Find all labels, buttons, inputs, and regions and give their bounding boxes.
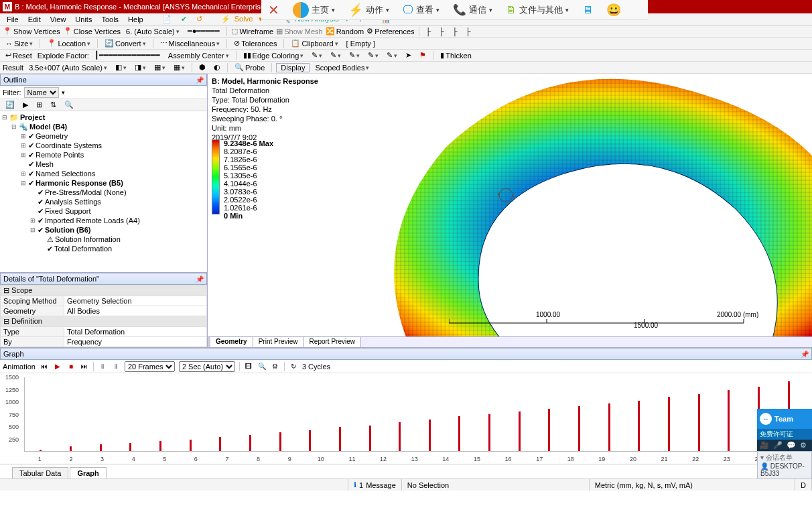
remote-smiley-icon[interactable]: 😀 — [606, 3, 621, 17]
remote-comm-button[interactable]: 📞通信▾ — [453, 3, 492, 16]
status-selection: No Selection — [402, 479, 590, 491]
close-vertices-button[interactable]: 📍Close Vertices — [63, 27, 121, 36]
collapse-icon[interactable]: ⊞ — [33, 101, 45, 109]
solve-button[interactable]: ⚡Solve ▾ — [217, 15, 267, 23]
probe-button[interactable]: 🔍Probe — [232, 63, 267, 72]
graph-plot[interactable]: 250500750100012501500 123456789101112131… — [0, 373, 812, 464]
graph-bar — [40, 450, 42, 451]
tree-item: Fixed Support — [45, 206, 90, 216]
thicken-button[interactable]: ▮ Thicken — [437, 51, 474, 60]
menu-file[interactable]: File — [3, 15, 23, 23]
tv-mic-icon[interactable]: 🎤 — [773, 441, 783, 450]
remote-action-button[interactable]: ⚡动作▾ — [348, 3, 389, 17]
tv-chat-icon[interactable]: 💬 — [787, 441, 796, 450]
preferences-button[interactable]: ⚙Preferences — [366, 27, 414, 36]
remote-close-icon[interactable]: ✕ — [268, 2, 279, 18]
toolbar-icon[interactable]: ✔ — [177, 15, 191, 23]
tv-cam-icon[interactable]: 🎥 — [760, 441, 769, 450]
teamviewer-panel[interactable]: ↔Team 免费许可证 🎥🎤💬⚙ ▾ 会话名单👤 DESKTOP-B5J33 — [757, 409, 812, 479]
anim-play-icon[interactable]: ▶ — [53, 362, 62, 371]
brush-icon[interactable]: ✎ — [309, 51, 325, 60]
find-icon[interactable]: 🔍 — [62, 101, 76, 109]
autoscale-dropdown[interactable]: 6. (Auto Scale) — [123, 27, 182, 36]
brush-icon[interactable]: ✎ — [384, 51, 400, 60]
outline-tree[interactable]: ⊟📁 Project ⊟🔩 Model (B4) ⊞✔ Geometry ⊞✔ … — [0, 111, 207, 272]
edge-icon[interactable]: ├ — [463, 27, 474, 36]
anim-settings-icon[interactable]: ⚙ — [271, 362, 280, 371]
pin-icon[interactable]: 📌 — [801, 351, 809, 358]
remote-home-button[interactable]: 主页▾ — [293, 2, 335, 18]
menu-edit[interactable]: Edit — [24, 15, 45, 23]
refresh-icon[interactable]: 🔄 — [3, 101, 17, 109]
scoped-bodies-dropdown[interactable]: Scoped Bodies — [312, 64, 372, 72]
size-dropdown[interactable]: ↔ Size — [3, 40, 36, 48]
cube-icon[interactable]: ◧ — [113, 63, 129, 72]
anim-distrib-icon[interactable]: ⫴ — [98, 362, 107, 371]
brush-icon[interactable]: ✎ — [346, 51, 362, 60]
menu-help[interactable]: Help — [124, 15, 147, 23]
anim-stop-icon[interactable]: ■ — [66, 362, 76, 371]
iso-icon[interactable]: ⬢ — [196, 63, 208, 72]
tab-report-preview[interactable]: Report Preview — [304, 337, 361, 347]
wireframe-button[interactable]: ⬚Wireframe — [231, 27, 273, 36]
edge-icon[interactable]: ├ — [436, 27, 447, 36]
cursor-icon[interactable]: ➤ — [403, 51, 414, 60]
reset-button[interactable]: ↩ Reset — [3, 51, 35, 60]
tolerances-button[interactable]: ⊘ Tolerances — [231, 39, 279, 48]
anim-zoom-icon[interactable]: 🔍 — [257, 362, 267, 371]
tab-graph[interactable]: Graph — [70, 467, 106, 479]
result-scale-dropdown[interactable]: 3.5e+007 (Auto Scale) — [26, 64, 110, 72]
graph-bar — [608, 403, 610, 451]
slider-icon[interactable]: ━●━━━━━ — [185, 27, 223, 36]
tv-gear-icon[interactable]: ⚙ — [800, 441, 807, 450]
edge-coloring-dropdown[interactable]: ▮▮ Edge Coloring — [241, 51, 307, 60]
details-table[interactable]: ⊟ Scope Scoping MethodGeometry Selection… — [0, 285, 207, 347]
edge-icon[interactable]: ├ — [423, 27, 434, 36]
clipboard-dropdown[interactable]: 📋 Clipboard — [288, 39, 340, 48]
assembly-dropdown[interactable]: Assembly Center — [165, 52, 232, 60]
cube-icon[interactable]: ◨ — [132, 63, 149, 72]
tab-print-preview[interactable]: Print Preview — [253, 337, 304, 347]
status-messages[interactable]: ℹ1 Message — [348, 479, 402, 491]
anim-cycles-icon[interactable]: ↻ — [289, 362, 298, 371]
capped-icon[interactable]: ◐ — [211, 63, 223, 72]
display-button[interactable]: Display — [276, 63, 310, 72]
sec-select[interactable]: 2 Sec (Auto) — [179, 361, 235, 372]
frames-select[interactable]: 20 Frames — [125, 361, 175, 372]
remote-files-button[interactable]: 🗎文件与其他▾ — [506, 4, 569, 16]
convert-dropdown[interactable]: 🔄 Convert — [102, 39, 149, 48]
brush-icon[interactable]: ✎ — [328, 51, 344, 60]
contour-icon[interactable]: ▦ — [171, 63, 188, 72]
menu-units[interactable]: Units — [71, 15, 96, 23]
flag-icon[interactable]: ⚑ — [417, 51, 429, 60]
anim-distrib-icon[interactable]: ⫴ — [111, 362, 121, 371]
menu-tools[interactable]: Tools — [97, 15, 123, 23]
toolbar-icon[interactable]: 📄 — [158, 15, 176, 23]
random-button[interactable]: 🔀Random — [326, 27, 364, 36]
tab-geometry[interactable]: Geometry — [210, 337, 253, 347]
sort-icon[interactable]: ⇅ — [48, 101, 59, 109]
remote-view-button[interactable]: 🖵查看▾ — [403, 4, 439, 16]
location-dropdown[interactable]: 📍 Location — [44, 39, 93, 48]
tab-tabular-data[interactable]: Tabular Data — [12, 467, 68, 479]
toolbar-icon[interactable]: ↺ — [192, 15, 206, 23]
edge-icon[interactable]: ├ — [450, 27, 460, 36]
remote-monitor-icon[interactable]: 🖥 — [582, 4, 593, 16]
pin-icon[interactable]: 📌 — [196, 275, 204, 283]
animation-toolbar: Animation ⏮ ▶ ■ ⏭ ⫴ ⫴ 20 Frames 2 Sec (A… — [0, 360, 812, 373]
clipboard-empty[interactable]: [ Empty ] — [344, 40, 378, 48]
anim-first-icon[interactable]: ⏮ — [40, 362, 49, 371]
misc-dropdown[interactable]: ⋯ Miscellaneous — [157, 39, 223, 48]
pin-icon[interactable]: 📌 — [196, 76, 204, 84]
show-vertices-button[interactable]: 📍Show Vertices — [3, 27, 60, 36]
expand-icon[interactable]: ▶ — [20, 101, 31, 109]
anim-last-icon[interactable]: ⏭ — [80, 362, 89, 371]
anim-export-icon[interactable]: 🎞 — [244, 362, 253, 371]
filter-select[interactable]: Name — [24, 87, 59, 98]
explode-slider[interactable]: ┃━━━━━━━━━━━━━ — [92, 51, 163, 60]
show-mesh-button[interactable]: ▦Show Mesh — [276, 27, 322, 36]
graphics-viewer[interactable]: B: Model, Harmonic Response Total Deform… — [208, 74, 812, 347]
brush-icon[interactable]: ✎ — [365, 51, 381, 60]
menu-view[interactable]: View — [46, 15, 70, 23]
contour-icon[interactable]: ▦ — [151, 63, 168, 72]
